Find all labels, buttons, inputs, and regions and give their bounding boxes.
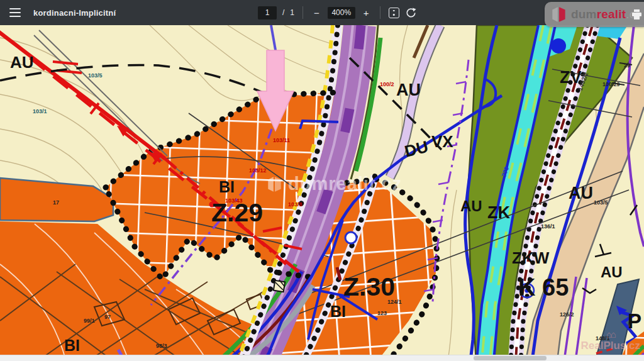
parcel-number: 136/1 [541,223,555,230]
page-divider: / [282,8,284,17]
zone-label-au: AU [396,81,421,99]
zone-label-au: AU [601,264,623,280]
zone-label-bi: BI [64,336,80,354]
page-total: 1 [290,8,294,17]
zone-label-bi: BI [219,178,235,196]
parcel-number: 103/11 [273,137,290,143]
zoning-map-page[interactable]: AU AU VX DU AU AU ZV ZK ZKW K 65 BI Z.29… [0,25,644,361]
zone-label-au: AU [460,197,482,214]
parcel-number: 100/29 [602,81,620,87]
menu-icon[interactable] [9,8,21,17]
horizontal-scrollbar[interactable] [0,355,644,361]
fit-to-page-icon[interactable] [389,8,399,18]
parcel-number: 148/1 [596,335,610,342]
zoom-in-button[interactable]: + [361,8,372,18]
parcel-number: 29 [624,62,630,69]
parcel-number: 17 [53,199,59,206]
parcel-number: 126/2 [560,311,574,318]
zone-label-z30: Z.30 [343,272,395,301]
parcel-number: 124/1 [387,299,402,305]
document-title: kordinacni-Implicitní [33,8,116,18]
separator [303,6,303,19]
separator [380,6,380,19]
parcel-number: 103/8 [288,201,303,208]
parcel-number: 103/12 [249,167,267,174]
zone-label-p: P [628,309,641,333]
scrollbar-thumb[interactable] [474,356,547,360]
zone-label-au: AU [10,53,34,72]
pond-dot [551,38,566,53]
parcel-number: 123 [377,310,387,316]
parcel-number: 103/5 [88,72,103,79]
rotate-icon[interactable] [405,7,417,19]
zone-label-zk: ZK [487,203,510,222]
parcel-number: 103/43 [225,197,243,204]
dumrealit-box-icon [551,5,567,24]
zone-label-bi: BI [330,303,346,320]
zoom-level[interactable]: 400% [328,7,355,19]
zoom-out-button[interactable]: − [311,8,322,18]
zone-label-zkw: ZKW [512,248,550,267]
parcel-number: 103/5 [594,199,608,206]
zoning-map: AU AU VX DU AU AU ZV ZK ZKW K 65 BI Z.29… [0,25,644,361]
zone-label-au: AU [569,184,593,203]
zone-label-vx: VX [431,132,453,151]
page-number-input[interactable] [258,6,277,19]
parcel-number: 97 [104,314,111,320]
parcel-number: 99/1 [84,318,95,324]
parcel-number: 103/1 [33,108,47,114]
dumrealit-watermark-overlay[interactable]: dumrealit.cz [545,2,644,27]
parcel-number: 98/3 [156,343,167,349]
toolbar-controls: / 1 − 400% + [258,0,417,25]
zone-label-k65: K 65 [518,274,569,301]
parcel-number: 100/2 [380,81,394,87]
print-icon[interactable] [631,9,642,19]
